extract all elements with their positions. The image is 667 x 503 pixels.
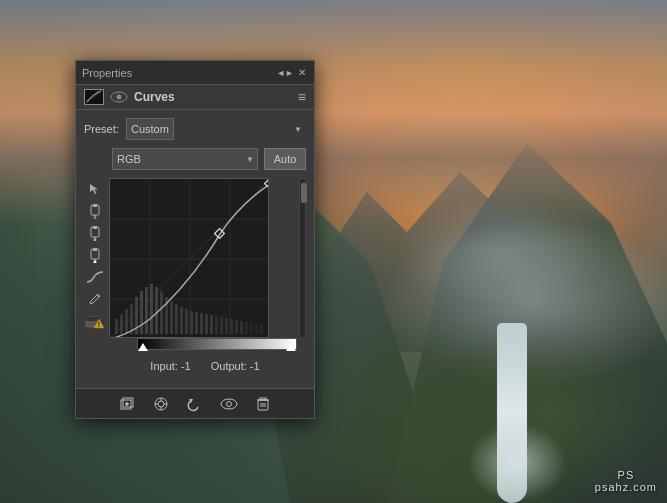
panel-title-label: Properties: [82, 67, 132, 79]
curves-scrollbar-thumb: [301, 183, 307, 203]
svg-rect-46: [200, 313, 203, 334]
preset-label: Preset:: [84, 123, 120, 135]
svg-rect-55: [245, 322, 248, 334]
panel-header-title: Curves: [84, 89, 175, 105]
svg-rect-34: [140, 291, 143, 334]
svg-rect-50: [220, 317, 223, 334]
visibility-toggle[interactable]: [110, 90, 128, 104]
pencil-tool[interactable]: [84, 290, 106, 308]
mask-button[interactable]: [151, 394, 171, 414]
svg-rect-48: [210, 315, 213, 334]
svg-rect-38: [160, 291, 163, 334]
preset-select[interactable]: Custom: [126, 118, 174, 140]
channel-select[interactable]: RGB Red Green Blue: [112, 148, 258, 170]
svg-rect-76: [260, 398, 266, 400]
close-button[interactable]: ✕: [296, 67, 308, 79]
svg-rect-43: [185, 309, 188, 334]
warning-tool: !: [84, 312, 106, 330]
curves-graph[interactable]: [109, 178, 269, 338]
slider-handle-black[interactable]: [138, 343, 148, 351]
eyedropper-white-tool[interactable]: [84, 246, 106, 264]
eyedropper-gray-tool[interactable]: [84, 224, 106, 242]
svg-rect-52: [230, 319, 233, 334]
svg-rect-30: [120, 314, 123, 334]
svg-rect-42: [180, 307, 183, 334]
ps-watermark: PS psahz.com: [595, 469, 657, 493]
pointer-tool[interactable]: [84, 180, 106, 198]
svg-rect-41: [175, 304, 178, 334]
channel-row: RGB Red Green Blue ▼ Auto: [84, 148, 306, 170]
svg-point-73: [227, 401, 232, 406]
svg-rect-54: [240, 321, 243, 334]
panel-toolbar: [76, 388, 314, 418]
panel-content: Preset: Custom ▼ RGB Red Green Blue ▼ Au…: [76, 110, 314, 388]
svg-rect-53: [235, 320, 238, 334]
svg-point-72: [221, 399, 237, 409]
panel-title-left: Properties: [82, 67, 132, 79]
collapse-icon[interactable]: ◄►: [276, 68, 294, 78]
channel-select-wrapper: RGB Red Green Blue ▼: [112, 148, 258, 170]
curves-adjustment-icon: [84, 89, 104, 105]
svg-rect-44: [190, 311, 193, 334]
input-slider-row: [137, 338, 297, 350]
svg-point-11: [94, 239, 97, 242]
panel-header: Curves ≡: [76, 85, 314, 110]
preset-select-arrow: ▼: [294, 125, 302, 134]
svg-point-3: [117, 95, 122, 100]
ps-site: psahz.com: [595, 481, 657, 493]
svg-rect-37: [155, 287, 158, 334]
svg-rect-40: [170, 301, 173, 334]
curves-icon-svg: [85, 90, 103, 104]
panel-arrows[interactable]: ◄► ✕: [276, 67, 308, 79]
new-layer-button[interactable]: [117, 394, 137, 414]
svg-rect-57: [255, 324, 258, 334]
input-value-label: Input: -1: [150, 360, 190, 372]
waterfall-mist: [467, 423, 567, 503]
panel-titlebar: Properties ◄► ✕: [76, 61, 314, 85]
eye-icon-svg: [110, 91, 128, 103]
io-row: Input: -1 Output: -1: [84, 360, 306, 372]
ps-text: PS: [595, 469, 657, 481]
svg-rect-58: [260, 325, 263, 334]
svg-rect-36: [150, 284, 153, 334]
svg-point-7: [94, 217, 97, 220]
svg-rect-47: [205, 314, 208, 334]
curves-graph-area: [109, 178, 297, 354]
curves-svg: [110, 179, 269, 338]
smooth-curve-tool[interactable]: [84, 268, 106, 286]
output-value-label: Output: -1: [211, 360, 260, 372]
svg-rect-51: [225, 318, 228, 334]
svg-rect-35: [145, 287, 148, 334]
eyedropper-black-tool[interactable]: [84, 202, 106, 220]
slider-handle-white[interactable]: [286, 343, 296, 351]
curves-tools: !: [84, 178, 109, 354]
delete-button[interactable]: [253, 394, 273, 414]
curves-title: Curves: [134, 90, 175, 104]
curves-container: !: [84, 178, 306, 354]
svg-point-15: [94, 261, 97, 264]
svg-text:!: !: [98, 321, 100, 328]
svg-rect-29: [115, 319, 118, 334]
svg-rect-56: [250, 323, 253, 334]
curves-scrollbar[interactable]: [299, 178, 306, 338]
visibility-button[interactable]: [219, 394, 239, 414]
svg-rect-9: [93, 226, 97, 229]
svg-rect-13: [93, 248, 97, 251]
svg-rect-49: [215, 316, 218, 334]
undo-button[interactable]: [185, 394, 205, 414]
auto-button[interactable]: Auto: [264, 148, 306, 170]
preset-select-wrapper: Custom ▼: [126, 118, 306, 140]
svg-point-66: [158, 401, 164, 407]
svg-rect-5: [93, 204, 97, 207]
input-slider-track[interactable]: [137, 338, 297, 350]
panel-menu-icon[interactable]: ≡: [298, 89, 306, 105]
preset-row: Preset: Custom ▼: [84, 118, 306, 140]
svg-rect-31: [125, 309, 128, 334]
properties-panel: Properties ◄► ✕ Cur: [75, 60, 315, 419]
svg-rect-45: [195, 312, 198, 334]
